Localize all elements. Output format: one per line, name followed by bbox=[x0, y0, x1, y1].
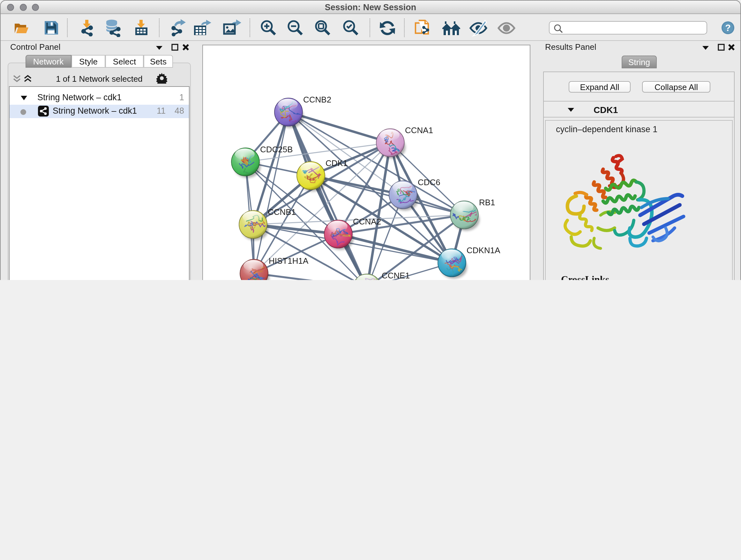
svg-text:CCNA1: CCNA1 bbox=[405, 125, 433, 135]
svg-text:CDKN1A: CDKN1A bbox=[467, 246, 500, 255]
svg-text:CDK1: CDK1 bbox=[326, 159, 347, 168]
svg-text:CCNB1: CCNB1 bbox=[268, 207, 296, 217]
svg-text:HIST1H1A: HIST1H1A bbox=[269, 256, 309, 266]
svg-text:CCNB2: CCNB2 bbox=[303, 95, 331, 105]
svg-text:?: ? bbox=[725, 23, 731, 33]
svg-text:RB1: RB1 bbox=[479, 198, 495, 207]
svg-text:CDC6: CDC6 bbox=[418, 178, 441, 187]
svg-text:CCNA2: CCNA2 bbox=[353, 217, 381, 226]
svg-text:CCNE1: CCNE1 bbox=[382, 271, 410, 280]
svg-text:CDC25B: CDC25B bbox=[260, 145, 293, 154]
